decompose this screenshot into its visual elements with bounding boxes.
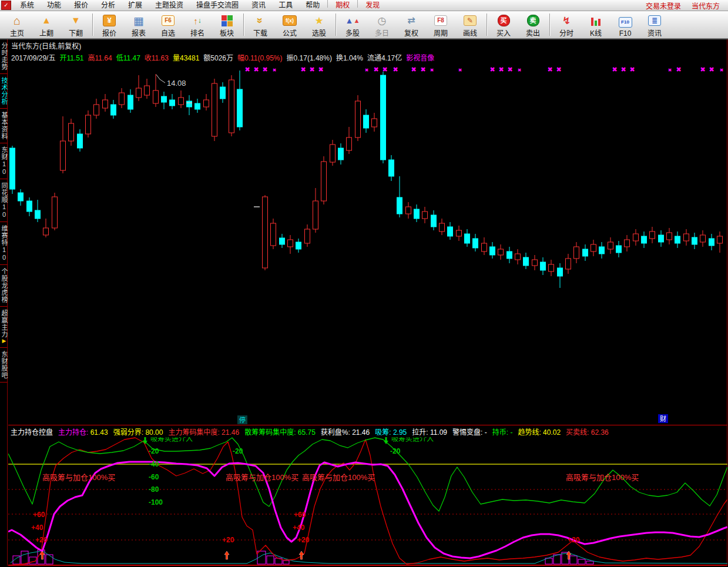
news-icon: ≣: [648, 14, 661, 28]
report-icon: ▦: [133, 14, 144, 28]
toolbar-button-主页[interactable]: ⌂主页: [2, 12, 32, 38]
menu-right-status: 交易未登录当代东方: [646, 1, 728, 11]
menu-item-帮助[interactable]: 帮助: [299, 0, 326, 11]
sidebar-tab-同花顺10[interactable]: 同花顺10: [0, 179, 8, 222]
toolbar-button-买入[interactable]: 买买入: [489, 12, 518, 38]
menu-item-分析[interactable]: 分析: [95, 0, 122, 11]
sidebar-tab-东财10[interactable]: 东财10: [0, 143, 8, 179]
menu-item-发现[interactable]: 发现: [359, 0, 386, 11]
toolbar-button-多股[interactable]: ▲▲多股: [338, 12, 367, 38]
svg-text:停: 停: [239, 416, 246, 424]
toolbar-button-画线[interactable]: ✎画线: [455, 12, 485, 38]
svg-text:✖: ✖: [498, 66, 504, 73]
menu-bar: ✓ 系统功能报价分析扩展主题投资操盘手交流圈资讯工具帮助期权发现 交易未登录当代…: [0, 0, 728, 11]
svg-text:✖: ✖: [518, 68, 522, 73]
indicator-param: 吸筹: 2.95: [375, 427, 407, 437]
menu-item-扩展[interactable]: 扩展: [122, 0, 149, 11]
expand-arrow-icon: ▶: [1, 338, 7, 344]
left-tab-strip: 分时走势技术分析基本资料东财10同花顺10维赛特10个股龙虎榜超赢主力▶东财股吧: [0, 39, 8, 566]
toolbar-button-F10[interactable]: F10F10: [610, 12, 640, 38]
page-up-icon: ▲: [42, 14, 51, 28]
page-down-icon: ▼: [71, 14, 80, 28]
svg-text:✖: ✖: [668, 68, 672, 73]
toolbar-button-上翻[interactable]: ▲上翻: [32, 12, 61, 38]
menu-item-操盘手交流圈[interactable]: 操盘手交流圈: [190, 0, 245, 11]
toolbar-button-卖出[interactable]: 卖卖出: [518, 12, 548, 38]
toolbar-separator: [336, 14, 336, 36]
sidebar-tab-维赛特10[interactable]: 维赛特10: [0, 222, 8, 265]
quote-field: 高11.64: [88, 54, 112, 62]
trading-terminal-window: ✓ 系统功能报价分析扩展主题投资操盘手交流圈资讯工具帮助期权发现 交易未登录当代…: [0, 0, 728, 567]
toolbar-button-label: 选股: [312, 28, 326, 38]
sidebar-tab-个股龙虎榜[interactable]: 个股龙虎榜: [0, 265, 8, 307]
home-icon: ⌂: [14, 14, 21, 28]
candlestick-chart[interactable]: ✖✖✖✖✖✖✖✖✖✖✖✖✖✖✖✖✖✖✖✖✖✖✖✖✖✖✖✖✖14.08停财: [8, 63, 727, 425]
svg-text:-100: -100: [149, 498, 163, 506]
indicator-param: 散筹筹码集中度: 65.75: [244, 427, 316, 437]
toolbar-button-下翻[interactable]: ▼下翻: [61, 12, 90, 38]
menu-item-工具[interactable]: 工具: [272, 0, 299, 11]
toolbar-button-label: 公式: [283, 28, 297, 38]
menu-item-主题投资[interactable]: 主题投资: [149, 0, 190, 11]
draw-icon: ✎: [464, 14, 477, 28]
toolbar-button-label: 板块: [220, 28, 234, 38]
sidebar-tab-超赢主力[interactable]: 超赢主力▶: [0, 307, 8, 348]
svg-text:✖: ✖: [382, 66, 387, 73]
active-stock-name: 当代东方: [692, 1, 720, 11]
toolbar-button-复权[interactable]: ⇄复权: [397, 12, 426, 38]
menu-item-功能[interactable]: 功能: [41, 0, 68, 11]
toolbar-separator: [549, 14, 550, 36]
toolbar-button-公式[interactable]: f(x)公式: [275, 12, 304, 38]
menu-item-资讯[interactable]: 资讯: [245, 0, 272, 11]
toolbar-button-板块[interactable]: 板块: [212, 12, 241, 38]
quote-field: 收11.63: [145, 54, 169, 62]
svg-text:✖: ✖: [273, 68, 277, 73]
toolbar-button-选股[interactable]: ★选股: [304, 12, 334, 38]
toolbar-button-周期[interactable]: F8周期: [426, 12, 455, 38]
svg-text:-40: -40: [149, 460, 159, 468]
svg-text:高吸筹与加仓100%买: 高吸筹与加仓100%买: [302, 473, 375, 482]
toolbar-button-下载[interactable]: »下载: [246, 12, 275, 38]
svg-text:✖: ✖: [489, 66, 495, 73]
quote-info-bar: 2017/09/29/五开11.51高11.64低11.47收11.63量434…: [11, 52, 722, 62]
quote-field: 振0.17(1.48%): [287, 54, 332, 62]
menu-item-期权[interactable]: 期权: [329, 0, 356, 11]
indicator-parameter-row[interactable]: 主力持仓控盘主力持仓: 61.43强弱分界: 80.00主力筹码集中度: 21.…: [8, 425, 727, 437]
svg-text:+20: +20: [297, 536, 310, 544]
svg-text:高吸筹与加仓100%买: 高吸筹与加仓100%买: [226, 473, 298, 482]
toolbar-separator: [487, 14, 487, 36]
svg-text:✖: ✖: [244, 66, 250, 73]
toolbar-button-排名[interactable]: ↑↓排名: [183, 12, 212, 38]
indicator-chart[interactable]: -20-40-60-80-100-20-20+60+40+20+20+60+40…: [8, 437, 727, 566]
toolbar-button-label: 复权: [404, 28, 418, 38]
menu-separator: [327, 0, 328, 8]
sidebar-tab-东财股吧[interactable]: 东财股吧: [0, 348, 8, 383]
toolbar-button-自选[interactable]: F6自选: [153, 12, 183, 38]
sidebar-tab-分时走势[interactable]: 分时走势: [0, 39, 8, 74]
menu-item-系统[interactable]: 系统: [14, 0, 41, 11]
svg-text:✖: ✖: [629, 66, 635, 73]
sidebar-tab-基本资料[interactable]: 基本资料: [0, 109, 8, 143]
indicator-param: 警惕变盘: -: [452, 427, 487, 437]
quote-field: 流通4.17亿: [367, 54, 402, 62]
toolbar-button-报表[interactable]: ▦报表: [124, 12, 153, 38]
menu-item-报价[interactable]: 报价: [68, 0, 95, 11]
toolbar-button-label: 画线: [463, 28, 477, 38]
toolbar-button-label: 自选: [161, 28, 175, 38]
toolbar-button-报价[interactable]: ¥报价: [95, 12, 124, 38]
adjust-icon: ⇄: [407, 14, 415, 28]
toolbar-button-K线[interactable]: K线: [581, 12, 610, 38]
chart-area[interactable]: 当代东方(日线,前复权) 2017/09/29/五开11.51高11.64低11…: [8, 39, 727, 566]
login-status[interactable]: 交易未登录: [646, 1, 681, 11]
toolbar-button-资讯[interactable]: ≣资讯: [640, 12, 669, 38]
svg-text:+40: +40: [31, 524, 43, 532]
app-logo-icon[interactable]: ✓: [1, 1, 11, 10]
svg-text:+40: +40: [293, 524, 305, 532]
indicator-param: 拉升: 11.09: [412, 427, 447, 437]
toolbar-button-分时[interactable]: ↯分时: [552, 12, 581, 38]
svg-text:✖: ✖: [420, 66, 425, 73]
svg-text:✖: ✖: [365, 68, 369, 73]
toolbar-button-多日[interactable]: ◷多日: [367, 12, 397, 38]
indicator-name: 主力持仓控盘: [11, 427, 53, 437]
sidebar-tab-技术分析[interactable]: 技术分析: [0, 74, 8, 109]
